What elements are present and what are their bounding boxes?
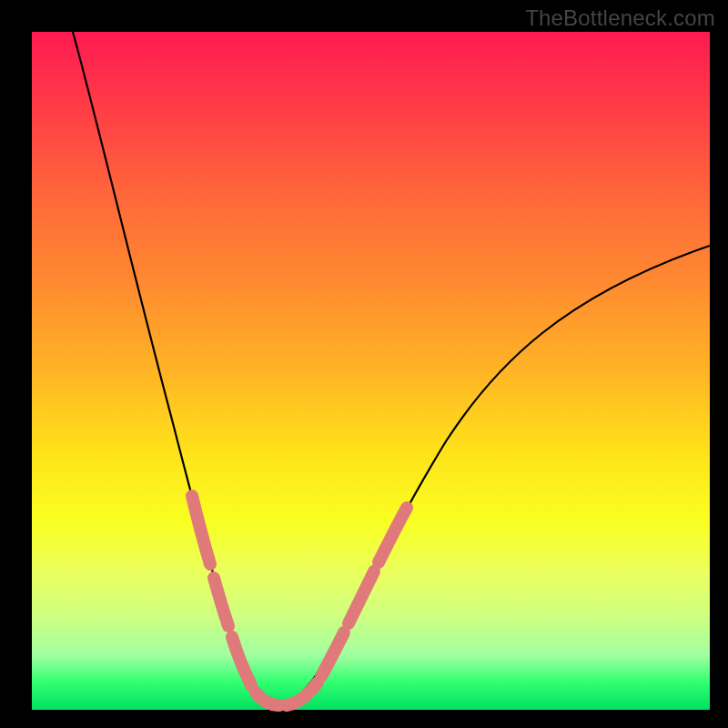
pink-band-left-2 [214, 578, 228, 626]
pink-band-trough-2 [287, 682, 318, 705]
pink-band-right-1 [321, 632, 344, 676]
outer-frame: TheBottleneck.com [0, 0, 728, 728]
watermark-text: TheBottleneck.com [525, 5, 715, 31]
pink-band-left-1 [192, 496, 210, 564]
curve-svg [32, 32, 710, 710]
pink-band-right-3 [379, 508, 407, 562]
bottleneck-curve [73, 32, 710, 706]
pink-band-right-2 [349, 571, 374, 623]
plot-area [32, 32, 710, 710]
pink-band-trough-1 [256, 693, 279, 705]
pink-band-left-3 [232, 637, 251, 685]
